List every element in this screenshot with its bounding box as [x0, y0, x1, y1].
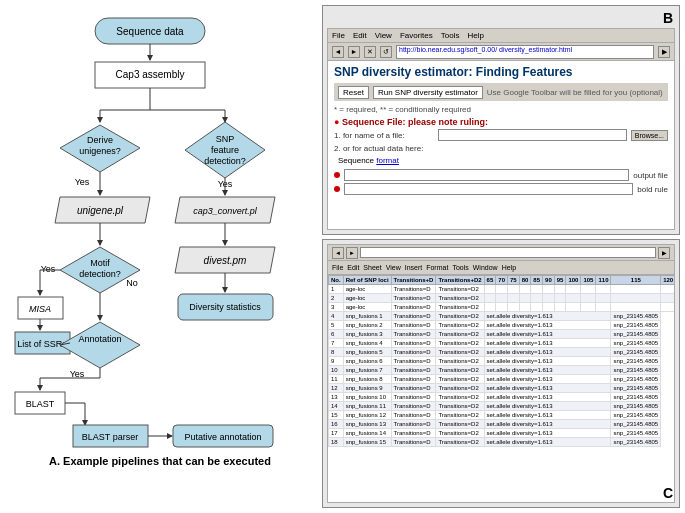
table-cell: Transitions=D2 — [436, 411, 484, 420]
refresh-button[interactable]: ↺ — [380, 46, 392, 58]
format-link[interactable]: format — [376, 156, 399, 165]
snp-id-cell: snp_23145.4805 — [611, 330, 661, 339]
bold-rule-input[interactable] — [344, 183, 633, 195]
reset-button[interactable]: Reset — [338, 86, 369, 99]
c-menu-window[interactable]: Window — [473, 264, 498, 271]
table-cell: Transitions=D — [391, 420, 436, 429]
browse-button[interactable]: Browse... — [631, 130, 668, 141]
table-cell — [484, 303, 496, 312]
table-cell — [611, 285, 661, 294]
table-cell: Transitions=D2 — [436, 420, 484, 429]
svg-text:feature: feature — [211, 145, 239, 155]
table-cell: Transitions=D2 — [436, 366, 484, 375]
table-cell: Transitions=D — [391, 303, 436, 312]
table-cell: Transitions=D — [391, 438, 436, 447]
table-cell — [581, 294, 596, 303]
table-row: 1age-locTransitions=DTransitions=D2 — [329, 285, 675, 294]
stop-button[interactable]: ✕ — [364, 46, 376, 58]
forward-button[interactable]: ► — [348, 46, 360, 58]
data-table-container: No. Ref of SNP loci Transitions+D Transi… — [328, 275, 674, 502]
table-cell: Transitions=D — [391, 312, 436, 321]
table-row: 10snp_fusions 7Transitions=DTransitions=… — [329, 366, 675, 375]
table-cell — [507, 303, 519, 312]
c-menu-format[interactable]: Format — [426, 264, 448, 271]
table-cell — [531, 294, 543, 303]
snp-id-cell: snp_23145.4805 — [611, 393, 661, 402]
svg-marker-44 — [60, 322, 140, 368]
table-cell: set.allele diversity=1.613 — [484, 429, 611, 438]
c-go-button[interactable]: ▶ — [658, 247, 670, 259]
snp-title: SNP diversity estimator: Finding Feature… — [334, 65, 668, 79]
c-menu-view[interactable]: View — [386, 264, 401, 271]
snp-id-cell: snp_23145.4805 — [611, 348, 661, 357]
c-menu-file[interactable]: File — [332, 264, 343, 271]
table-cell: Transitions=D — [391, 294, 436, 303]
c-menu-help[interactable]: Help — [502, 264, 516, 271]
table-row: 18snp_fusions 15Transitions=DTransitions… — [329, 438, 675, 447]
table-cell — [554, 285, 566, 294]
col-ref: Ref of SNP loci — [343, 276, 391, 285]
run-button[interactable]: Run SNP diversity estimator — [373, 86, 483, 99]
table-row: 2age-locTransitions=DTransitions=D2 — [329, 294, 675, 303]
table-cell — [507, 285, 519, 294]
table-cell: snp_fusions 13 — [343, 420, 391, 429]
svg-text:cap3_convert.pl: cap3_convert.pl — [193, 206, 258, 216]
table-cell — [484, 285, 496, 294]
table-cell: Transitions=D2 — [436, 384, 484, 393]
menu-edit[interactable]: Edit — [353, 31, 367, 40]
table-cell — [566, 294, 581, 303]
menu-tools[interactable]: Tools — [441, 31, 460, 40]
table-row: 4snp_fusions 1Transitions=DTransitions=D… — [329, 312, 675, 321]
snp-id-cell: snp_23145.4805 — [611, 357, 661, 366]
table-cell: Transitions=D2 — [436, 348, 484, 357]
c-menu-edit[interactable]: Edit — [347, 264, 359, 271]
address-bar[interactable]: http://bio.near.edu.sg/soft_0.00/ divers… — [396, 45, 654, 59]
output-file-input[interactable] — [344, 169, 629, 181]
table-cell — [661, 285, 674, 294]
menu-help[interactable]: Help — [467, 31, 483, 40]
table-cell — [543, 294, 555, 303]
panel-b-menubar: File Edit View Favorites Tools Help — [328, 29, 674, 43]
table-cell: 4 — [329, 312, 344, 321]
table-cell: Transitions=D2 — [436, 321, 484, 330]
table-cell: snp_fusions 5 — [343, 348, 391, 357]
panel-b-browser-bar: ◄ ► ✕ ↺ http://bio.near.edu.sg/soft_0.00… — [328, 43, 674, 61]
table-cell — [496, 303, 508, 312]
menu-file[interactable]: File — [332, 31, 345, 40]
table-cell: snp_fusions 3 — [343, 330, 391, 339]
table-cell — [566, 303, 581, 312]
flowchart: Sequence data Cap3 assembly Derive unige… — [10, 10, 310, 450]
table-cell: Transitions=D2 — [436, 294, 484, 303]
table-cell: set.allele diversity=1.613 — [484, 330, 611, 339]
field1-input[interactable] — [438, 129, 627, 141]
c-address-bar[interactable] — [360, 247, 656, 258]
table-row: 15snp_fusions 12Transitions=DTransitions… — [329, 411, 675, 420]
back-button[interactable]: ◄ — [332, 46, 344, 58]
table-row: 7snp_fusions 4Transitions=DTransitions=D… — [329, 339, 675, 348]
c-menu-sheet[interactable]: Sheet — [363, 264, 381, 271]
table-cell: Transitions=D — [391, 384, 436, 393]
table-row: 12snp_fusions 9Transitions=DTransitions=… — [329, 384, 675, 393]
table-cell: 3 — [329, 303, 344, 312]
c-menu-insert[interactable]: Insert — [405, 264, 423, 271]
c-forward-button[interactable]: ► — [346, 247, 358, 259]
table-cell: Transitions=D2 — [436, 429, 484, 438]
c-menu-tools[interactable]: Tools — [452, 264, 468, 271]
svg-text:Putative annotation: Putative annotation — [184, 432, 261, 442]
bold-rule-label: bold rule — [637, 185, 668, 194]
c-back-button[interactable]: ◄ — [332, 247, 344, 259]
menu-view[interactable]: View — [375, 31, 392, 40]
table-cell: Transitions=D — [391, 402, 436, 411]
panel-b-label: B — [663, 10, 673, 26]
table-cell: 1 — [329, 285, 344, 294]
table-cell: Transitions=D2 — [436, 330, 484, 339]
table-cell — [554, 303, 566, 312]
menu-favorites[interactable]: Favorites — [400, 31, 433, 40]
snp-id-cell: snp_23145.4805 — [611, 375, 661, 384]
table-cell — [611, 294, 661, 303]
table-cell: set.allele diversity=1.613 — [484, 348, 611, 357]
go-button[interactable]: ▶ — [658, 46, 670, 58]
panel-b-content: SNP diversity estimator: Finding Feature… — [328, 61, 674, 230]
snp-id-cell: snp_23145.4805 — [611, 420, 661, 429]
panel-c-toolbar: File Edit Sheet View Insert Format Tools… — [328, 261, 674, 275]
